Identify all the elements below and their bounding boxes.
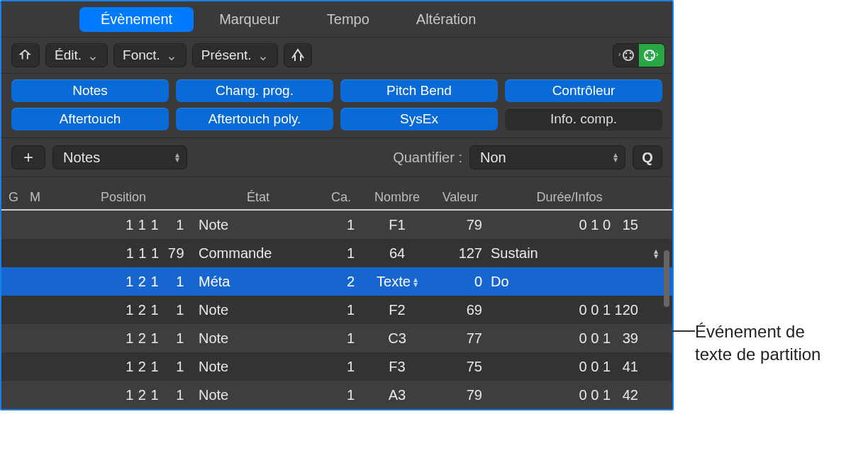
event-table-body: 1 1 1 1Note1F1790 1 0 151 1 1 79Commande… bbox=[1, 211, 672, 409]
svg-point-9 bbox=[647, 52, 649, 55]
edit-menu[interactable]: Édit. ⌄ bbox=[45, 43, 108, 67]
cell-value[interactable]: 79 bbox=[433, 217, 488, 233]
cell-channel[interactable]: 2 bbox=[321, 274, 362, 290]
cell-etat[interactable]: Note bbox=[196, 330, 321, 347]
cell-position[interactable]: 1 1 1 79 bbox=[51, 245, 196, 262]
cell-value[interactable]: 69 bbox=[433, 302, 488, 318]
col-etat[interactable]: État bbox=[196, 190, 321, 205]
cell-number[interactable]: C3 bbox=[362, 330, 433, 347]
table-row[interactable]: 1 2 1 1Note1F2690 0 1 120 bbox=[1, 296, 672, 324]
event-type-select[interactable]: Notes ▴▾ bbox=[52, 145, 187, 169]
filter-aftertouch[interactable]: Aftertouch bbox=[11, 108, 169, 130]
cell-value[interactable]: 77 bbox=[433, 330, 488, 347]
quantize-apply-button[interactable]: Q bbox=[633, 145, 662, 169]
cell-duration[interactable]: 0 0 1 41 bbox=[488, 359, 651, 375]
svg-point-6 bbox=[625, 57, 628, 59]
table-row[interactable]: 1 2 1 1Note1A3790 0 1 42 bbox=[1, 381, 672, 409]
tab-tempo[interactable]: Tempo bbox=[306, 7, 391, 32]
cell-number[interactable]: Texte▴▾ bbox=[362, 274, 433, 290]
cell-number[interactable]: A3 bbox=[362, 387, 433, 403]
cell-channel[interactable]: 1 bbox=[321, 330, 362, 347]
cell-channel[interactable]: 1 bbox=[321, 302, 362, 318]
cell-duration[interactable]: Sustain bbox=[488, 245, 651, 262]
table-row[interactable]: 1 2 1 1Note1F3750 0 1 41 bbox=[1, 352, 672, 381]
updown-icon: ▴▾ bbox=[613, 152, 618, 162]
col-ca[interactable]: Ca. bbox=[321, 190, 362, 205]
filter-program-change[interactable]: Chang. prog. bbox=[176, 79, 333, 102]
tab-event[interactable]: Évènement bbox=[79, 7, 194, 32]
midi-thru-button[interactable] bbox=[284, 43, 312, 67]
cell-number[interactable]: F2 bbox=[362, 302, 433, 318]
cell-position[interactable]: 1 1 1 1 bbox=[51, 217, 196, 233]
cell-etat[interactable]: Note bbox=[196, 359, 321, 375]
cell-etat[interactable]: Méta bbox=[196, 274, 321, 290]
cell-duration[interactable]: 0 0 1 39 bbox=[488, 330, 651, 347]
filter-notes[interactable]: Notes bbox=[11, 79, 169, 102]
view-menu[interactable]: Présent. ⌄ bbox=[192, 43, 278, 67]
cell-position[interactable]: 1 2 1 1 bbox=[51, 302, 196, 318]
cell-channel[interactable]: 1 bbox=[321, 217, 362, 233]
view-menu-label: Présent. bbox=[201, 48, 252, 63]
cell-number[interactable]: 64 bbox=[362, 245, 433, 262]
cell-etat[interactable]: Note bbox=[196, 217, 321, 233]
updown-icon: ▴▾ bbox=[413, 277, 418, 287]
add-event-bar: + Notes ▴▾ Quantifier : Non ▴▾ Q bbox=[1, 138, 672, 177]
quantize-select[interactable]: Non ▴▾ bbox=[469, 145, 625, 169]
filter-comp-info[interactable]: Info. comp. bbox=[505, 108, 662, 130]
event-type-value: Notes bbox=[63, 150, 100, 166]
functions-menu-label: Fonct. bbox=[123, 48, 160, 63]
toolbar: Édit. ⌄ Fonct. ⌄ Présent. ⌄ bbox=[1, 37, 672, 74]
updown-icon[interactable]: ▴▾ bbox=[654, 249, 658, 259]
cell-value[interactable]: 79 bbox=[433, 387, 488, 403]
cell-position[interactable]: 1 2 1 1 bbox=[51, 359, 196, 375]
svg-point-4 bbox=[625, 52, 628, 55]
cell-number[interactable]: F3 bbox=[362, 359, 433, 375]
updown-icon: ▴▾ bbox=[175, 152, 179, 162]
up-level-button[interactable] bbox=[11, 43, 40, 67]
svg-point-7 bbox=[630, 57, 632, 59]
add-event-button[interactable]: + bbox=[11, 145, 45, 169]
table-row[interactable]: 1 1 1 1Note1F1790 1 0 15 bbox=[1, 211, 672, 239]
col-m[interactable]: M bbox=[30, 190, 51, 205]
col-position[interactable]: Position bbox=[51, 190, 196, 205]
filter-sysex[interactable]: SysEx bbox=[340, 108, 498, 130]
palette-in-icon: › bbox=[613, 44, 639, 67]
cell-channel[interactable]: 1 bbox=[321, 359, 362, 375]
cell-number[interactable]: F1 bbox=[362, 217, 433, 233]
cell-duration[interactable]: 0 0 1 42 bbox=[488, 387, 651, 403]
table-row[interactable]: 1 2 1 1Note1C3770 0 1 39 bbox=[1, 324, 672, 352]
tab-marker[interactable]: Marqueur bbox=[198, 7, 301, 32]
cell-etat[interactable]: Commande bbox=[196, 245, 321, 262]
cell-etat[interactable]: Note bbox=[196, 387, 321, 403]
event-list-panel: Évènement Marqueur Tempo Altération Édit… bbox=[0, 0, 674, 410]
cell-position[interactable]: 1 2 1 1 bbox=[51, 274, 196, 290]
cell-etat[interactable]: Note bbox=[196, 302, 321, 318]
cell-position[interactable]: 1 2 1 1 bbox=[51, 387, 196, 403]
table-header: G M Position État Ca. Nombre Valeur Duré… bbox=[1, 177, 672, 211]
col-valeur[interactable]: Valeur bbox=[433, 190, 488, 205]
event-type-filters: Notes Chang. prog. Pitch Bend Contrôleur… bbox=[1, 74, 672, 138]
filter-controller[interactable]: Contrôleur bbox=[505, 79, 662, 102]
table-row[interactable]: 1 2 1 1Méta2Texte▴▾0Do bbox=[1, 267, 672, 296]
cell-channel[interactable]: 1 bbox=[321, 245, 362, 262]
filter-pitch-bend[interactable]: Pitch Bend bbox=[340, 79, 498, 102]
cell-value[interactable]: 75 bbox=[433, 359, 488, 375]
cell-duration[interactable]: 0 0 1 120 bbox=[488, 302, 651, 318]
vertical-scrollbar[interactable] bbox=[664, 250, 669, 307]
callout-line2: texte de partition bbox=[695, 343, 820, 366]
cell-duration[interactable]: 0 1 0 15 bbox=[488, 217, 651, 233]
cell-position[interactable]: 1 2 1 1 bbox=[51, 330, 196, 347]
table-row[interactable]: 1 1 1 79Commande164127Sustain▴▾ bbox=[1, 239, 672, 267]
cell-channel[interactable]: 1 bbox=[321, 387, 362, 403]
svg-point-5 bbox=[630, 52, 632, 55]
col-nombre[interactable]: Nombre bbox=[362, 190, 433, 205]
cell-value[interactable]: 0 bbox=[433, 274, 488, 290]
functions-menu[interactable]: Fonct. ⌄ bbox=[113, 43, 187, 67]
cell-value[interactable]: 127 bbox=[433, 245, 488, 262]
color-palette-toggle[interactable]: › › bbox=[613, 43, 665, 67]
tab-alteration[interactable]: Altération bbox=[395, 7, 498, 32]
cell-duration[interactable]: Do bbox=[488, 274, 651, 290]
col-g[interactable]: G bbox=[9, 190, 30, 205]
col-duree[interactable]: Durée/Infos bbox=[488, 190, 651, 205]
filter-poly-aftertouch[interactable]: Aftertouch poly. bbox=[176, 108, 333, 130]
